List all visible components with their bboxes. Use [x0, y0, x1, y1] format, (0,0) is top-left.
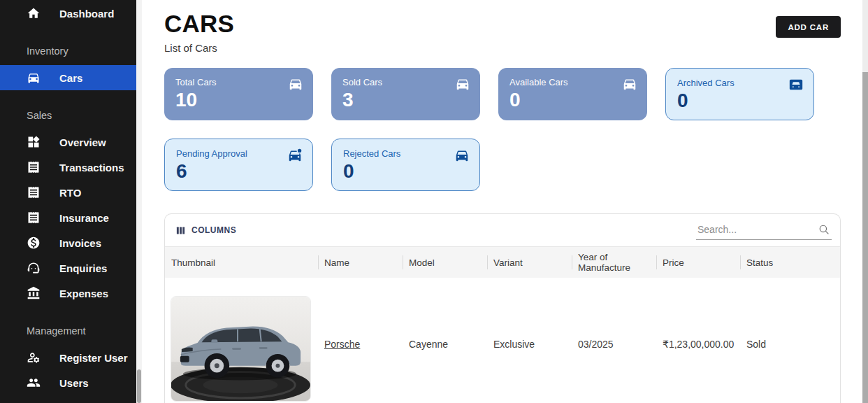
sidebar-item-label: Invoices — [59, 237, 101, 249]
main-content: CARS List of Cars ADD CAR Total Cars 10 … — [142, 0, 862, 403]
stat-value: 0 — [343, 161, 468, 182]
car-icon — [27, 71, 41, 85]
stat-card-rejected-cars: Rejected Cars 0 — [331, 139, 480, 191]
sidebar-scrollbar-thumb[interactable] — [137, 369, 141, 403]
sidebar-item-expenses[interactable]: Expenses — [0, 281, 136, 306]
column-header-name[interactable]: Name — [318, 247, 403, 278]
stat-card-archived-cars: Archived Cars 0 — [665, 68, 814, 120]
widgets-icon — [27, 135, 41, 149]
sidebar-item-label: Enquiries — [59, 262, 107, 274]
car-icon — [622, 76, 637, 92]
page-subtitle: List of Cars — [164, 42, 841, 54]
car-icon — [455, 76, 470, 92]
stat-value: 10 — [175, 90, 302, 111]
table-row: Porsche Cayenne Exclusive 03/2025 ₹1,23,… — [165, 278, 840, 403]
column-header-model[interactable]: Model — [403, 247, 487, 278]
name-cell: Porsche — [318, 278, 403, 403]
receipt-icon — [27, 211, 41, 225]
receipt-icon — [27, 185, 41, 199]
variant-cell: Exclusive — [487, 278, 572, 403]
sidebar-item-users[interactable]: Users — [0, 370, 136, 395]
stats-grid: Total Cars 10 Sold Cars 3 Available Cars… — [164, 68, 841, 191]
home-icon — [27, 6, 41, 20]
price-cell: ₹1,23,00,000.00 — [656, 278, 740, 403]
cars-table: COLUMNS Thumbnail Name Model Variant Yea… — [164, 213, 841, 403]
column-header-thumbnail[interactable]: Thumbnail — [165, 247, 318, 278]
column-header-price[interactable]: Price — [656, 247, 740, 278]
year-cell: 03/2025 — [572, 278, 656, 403]
sidebar-item-label: Expenses — [59, 288, 108, 299]
sidebar-item-overview[interactable]: Overview — [0, 129, 136, 155]
sidebar-item-dashboard[interactable]: Dashboard — [0, 1, 136, 26]
column-header-year[interactable]: Year of Manufacture — [572, 247, 656, 278]
table-toolbar: COLUMNS — [165, 214, 840, 246]
columns-button[interactable]: COLUMNS — [171, 222, 240, 239]
sidebar-item-insurance[interactable]: Insurance — [0, 205, 136, 230]
stat-value: 0 — [677, 90, 802, 111]
sidebar-item-enquiries[interactable]: Enquiries — [0, 255, 136, 281]
sidebar-item-label: Cars — [59, 72, 82, 84]
sidebar: Dashboard Inventory Cars Sales Overview … — [0, 0, 136, 403]
bank-icon — [27, 286, 41, 300]
search-input[interactable] — [696, 221, 832, 240]
search-icon — [818, 223, 830, 236]
page-scrollbar[interactable] — [862, 0, 868, 403]
sidebar-item-rto[interactable]: RTO — [0, 180, 136, 205]
sidebar-item-label: RTO — [59, 187, 81, 199]
sidebar-scrollbar[interactable] — [136, 0, 142, 403]
sidebar-section-inventory: Inventory — [0, 44, 136, 58]
money-circle-icon — [27, 236, 41, 250]
stat-card-sold-cars: Sold Cars 3 — [331, 68, 480, 120]
column-header-status[interactable]: Status — [740, 247, 840, 278]
stat-card-available-cars: Available Cars 0 — [498, 68, 647, 120]
status-cell: Sold — [740, 278, 840, 403]
stat-label: Sold Cars — [342, 77, 469, 87]
sidebar-item-transactions[interactable]: Transactions — [0, 155, 136, 180]
columns-icon — [175, 225, 186, 236]
stat-label: Archived Cars — [677, 78, 802, 88]
car-thumbnail-image[interactable] — [171, 296, 311, 402]
column-header-variant[interactable]: Variant — [487, 247, 572, 278]
columns-button-label: COLUMNS — [191, 225, 236, 235]
stat-label: Pending Approval — [176, 148, 301, 159]
car-name-link[interactable]: Porsche — [324, 339, 360, 350]
stat-label: Total Cars — [175, 77, 302, 87]
car-pending-icon — [287, 148, 303, 163]
sidebar-item-invoices[interactable]: Invoices — [0, 230, 136, 255]
person-gear-icon — [27, 351, 41, 365]
sidebar-section-management: Management — [0, 324, 136, 338]
add-car-button[interactable]: ADD CAR — [776, 16, 841, 38]
garage-icon — [788, 77, 804, 92]
stat-value: 3 — [342, 90, 469, 111]
receipt-icon — [27, 160, 41, 174]
stat-value: 0 — [509, 90, 636, 111]
stat-card-total-cars: Total Cars 10 — [164, 68, 313, 120]
stat-label: Rejected Cars — [343, 148, 468, 159]
sidebar-item-label: Users — [59, 377, 89, 389]
headset-icon — [27, 261, 41, 275]
sidebar-item-label: Dashboard — [59, 8, 114, 20]
sidebar-item-cars[interactable]: Cars — [0, 65, 136, 90]
car-icon — [288, 76, 303, 92]
table-header-row: Thumbnail Name Model Variant Year of Man… — [165, 246, 840, 278]
page-title: CARS — [164, 10, 841, 38]
sidebar-item-label: Register User — [59, 352, 128, 364]
sidebar-item-register-user[interactable]: Register User — [0, 345, 136, 370]
sidebar-item-label: Overview — [59, 136, 106, 148]
search-field — [696, 221, 832, 240]
page-scrollbar-thumb[interactable] — [862, 72, 868, 403]
people-icon — [27, 376, 41, 390]
sidebar-item-label: Insurance — [59, 212, 109, 224]
thumbnail-cell — [165, 278, 318, 403]
stat-label: Available Cars — [509, 77, 636, 87]
sidebar-item-label: Transactions — [59, 162, 124, 174]
stat-card-pending-approval: Pending Approval 6 — [164, 139, 313, 191]
stat-value: 6 — [176, 161, 301, 182]
sidebar-section-sales: Sales — [0, 108, 136, 122]
car-icon — [454, 148, 470, 163]
model-cell: Cayenne — [403, 278, 487, 403]
